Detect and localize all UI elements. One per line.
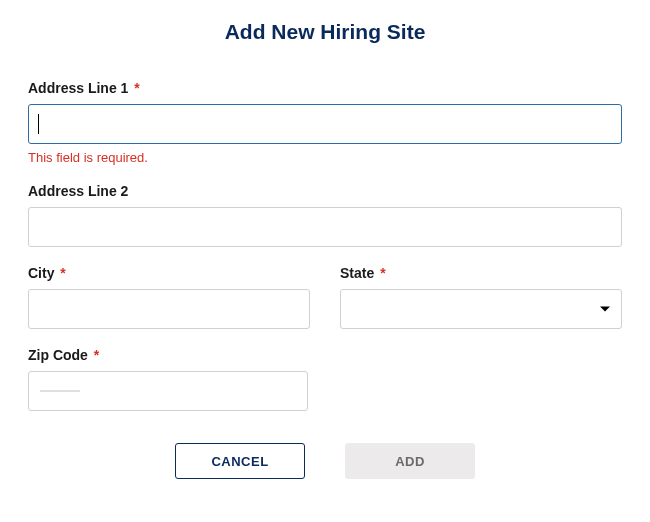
address-line-2-label: Address Line 2 [28, 183, 622, 199]
state-group: State * [340, 265, 622, 329]
text-cursor [38, 114, 39, 134]
required-mark: * [94, 347, 99, 363]
required-mark: * [60, 265, 65, 281]
address-line-1-label-text: Address Line 1 [28, 80, 128, 96]
address-line-2-input[interactable] [28, 207, 622, 247]
address-line-2-group: Address Line 2 [28, 183, 622, 247]
state-select[interactable] [340, 289, 622, 329]
address-line-1-group: Address Line 1 * This field is required. [28, 80, 622, 165]
button-row: CANCEL ADD [28, 443, 622, 479]
city-label-text: City [28, 265, 54, 281]
zip-code-label: Zip Code * [28, 347, 622, 363]
address-line-1-label: Address Line 1 * [28, 80, 622, 96]
zip-code-group: Zip Code * [28, 347, 622, 411]
city-input[interactable] [28, 289, 310, 329]
required-mark: * [134, 80, 139, 96]
state-label: State * [340, 265, 622, 281]
city-label: City * [28, 265, 310, 281]
cancel-button[interactable]: CANCEL [175, 443, 305, 479]
zip-code-input[interactable] [28, 371, 308, 411]
page-title: Add New Hiring Site [28, 20, 622, 44]
required-mark: * [380, 265, 385, 281]
city-group: City * [28, 265, 310, 329]
zip-code-label-text: Zip Code [28, 347, 88, 363]
add-button[interactable]: ADD [345, 443, 475, 479]
address-line-1-input[interactable] [28, 104, 622, 144]
state-label-text: State [340, 265, 374, 281]
address-line-1-error: This field is required. [28, 150, 622, 165]
